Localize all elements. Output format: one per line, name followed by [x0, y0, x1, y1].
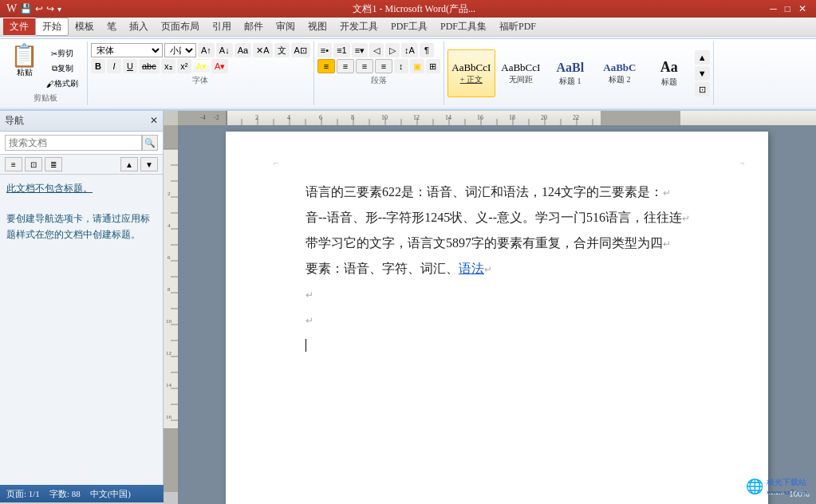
- show-marks-btn[interactable]: ¶: [420, 43, 434, 57]
- bold-btn[interactable]: B: [91, 59, 105, 73]
- ruler-corner: [164, 111, 178, 125]
- menu-layout[interactable]: 页面布局: [155, 18, 206, 35]
- sort-btn[interactable]: ↕A: [401, 43, 418, 57]
- align-right-btn[interactable]: ≡: [356, 59, 373, 73]
- quick-redo[interactable]: ↪: [46, 3, 54, 15]
- change-case-btn[interactable]: Aa: [235, 43, 251, 57]
- style-h1[interactable]: AaBl 标题 1: [546, 49, 594, 97]
- menu-template[interactable]: 模板: [69, 18, 101, 35]
- page-mark-tl: ⌐: [274, 156, 278, 171]
- font-name-select[interactable]: 宋体: [91, 43, 163, 57]
- borders-btn[interactable]: ⊞: [426, 59, 440, 73]
- ribbon-paragraph-group: ≡• ≡1 ≡▾ ◁ ▷ ↕A ¶ ≡ ≡ ≡ ≡ ↕ ▣ ⊞ 段落: [314, 41, 444, 105]
- svg-rect-3: [601, 111, 680, 125]
- menu-mail[interactable]: 邮件: [238, 18, 270, 35]
- paste-button[interactable]: 📋 粘贴: [8, 43, 41, 80]
- multilevel-btn[interactable]: ≡▾: [352, 43, 368, 57]
- increase-indent-btn[interactable]: ▷: [385, 43, 400, 57]
- nav-view-results[interactable]: ≣: [45, 157, 62, 171]
- style-normal[interactable]: AaBbCcI + 正文: [447, 49, 495, 97]
- doc-para-4: 要素：语音、字符、词汇、语法↵: [306, 256, 704, 282]
- doc-link-text[interactable]: 语法: [459, 262, 484, 275]
- nav-view-pages[interactable]: ⊡: [25, 157, 42, 171]
- svg-text:8: 8: [351, 114, 354, 121]
- nav-view-headings[interactable]: ≡: [5, 157, 22, 171]
- cut-button[interactable]: ✂ 剪切: [42, 46, 82, 61]
- ribbon-content: 📋 粘贴 ✂ 剪切 ⧉ 复制 🖌 格式刷 剪贴板: [0, 38, 816, 108]
- svg-text:8: 8: [168, 286, 171, 293]
- align-left-btn[interactable]: ≡: [317, 59, 335, 73]
- strikethrough-btn[interactable]: abc: [139, 59, 160, 73]
- font-row1: 宋体 小四 A↑ A↓ Aa ✕A 文 A⊡: [91, 43, 310, 57]
- ruler-h: 2 4 6 8 10 12 14 16 18 20 22 -4 -2: [178, 111, 816, 125]
- svg-text:10: 10: [166, 318, 172, 325]
- style-normal-preview: AaBbCcI: [451, 61, 491, 74]
- menu-pdf2[interactable]: PDF工具集: [434, 18, 493, 35]
- svg-text:12: 12: [166, 350, 172, 356]
- nav-close-btn[interactable]: ✕: [150, 115, 158, 127]
- maximize-btn[interactable]: □: [782, 3, 794, 15]
- format-painter-button[interactable]: 🖌 格式刷: [42, 77, 82, 91]
- doc-scroll[interactable]: ⌐ ¬ 语言的三要素622是：语音、词汇和语法，124文字的三要素是：↵ 音--…: [178, 125, 816, 504]
- highlight-btn[interactable]: A▾: [193, 59, 210, 73]
- ribbon-font-group: 宋体 小四 A↑ A↓ Aa ✕A 文 A⊡ B I U abc x₂ x² A…: [88, 41, 314, 105]
- font-color-btn[interactable]: A▾: [211, 59, 228, 73]
- phonetic-btn[interactable]: 文: [274, 43, 290, 57]
- para-row2: ≡ ≡ ≡ ≡ ↕ ▣ ⊞: [317, 59, 440, 73]
- styles-down-btn[interactable]: ▼: [695, 66, 710, 81]
- nav-search-button[interactable]: 🔍: [142, 135, 158, 151]
- clear-format-btn[interactable]: ✕A: [253, 43, 272, 57]
- menu-references[interactable]: 引用: [206, 18, 238, 35]
- nav-up-btn[interactable]: ▲: [120, 157, 138, 171]
- font-decrease-btn[interactable]: A↓: [216, 43, 233, 57]
- shading-btn[interactable]: ▣: [410, 59, 424, 73]
- align-center-btn[interactable]: ≡: [337, 59, 354, 73]
- menu-start[interactable]: 开始: [35, 18, 69, 36]
- menu-review[interactable]: 审阅: [270, 18, 302, 35]
- subscript-btn[interactable]: x₂: [161, 59, 175, 73]
- svg-text:4: 4: [168, 222, 171, 229]
- underline-btn[interactable]: U: [123, 59, 137, 73]
- ribbon: 📋 粘贴 ✂ 剪切 ⧉ 复制 🖌 格式刷 剪贴板: [0, 37, 816, 111]
- menu-pen[interactable]: 笔: [101, 18, 123, 35]
- doc-container: 2 4 6 8 10 12 14 16 18 20 22 -4 -2: [164, 111, 816, 485]
- line-spacing-btn[interactable]: ↕: [394, 59, 408, 73]
- style-no-space[interactable]: AaBbCcI 无间距: [497, 49, 545, 97]
- doc-para-6: ↵: [306, 307, 704, 333]
- svg-text:14: 14: [166, 382, 172, 388]
- close-btn[interactable]: ✕: [795, 3, 810, 15]
- styles-up-btn[interactable]: ▲: [695, 50, 710, 65]
- decrease-indent-btn[interactable]: ◁: [369, 43, 384, 57]
- quick-undo[interactable]: ↩: [35, 3, 43, 15]
- ruler-v-svg: 2 4 6 8 10 12: [164, 125, 178, 492]
- bullets-btn[interactable]: ≡•: [317, 43, 332, 57]
- font-increase-btn[interactable]: A↑: [198, 43, 215, 57]
- style-h2[interactable]: AaBbC 标题 2: [596, 49, 644, 97]
- minimize-btn[interactable]: ─: [767, 3, 780, 15]
- menu-foxit[interactable]: 福昕PDF: [493, 18, 542, 35]
- numbering-btn[interactable]: ≡1: [333, 43, 350, 57]
- menu-developer[interactable]: 开发工具: [333, 18, 384, 35]
- nav-search-input[interactable]: [5, 135, 142, 151]
- superscript-btn[interactable]: x²: [177, 59, 191, 73]
- border-char-btn[interactable]: A⊡: [291, 43, 310, 57]
- svg-text:14: 14: [445, 114, 451, 121]
- paste-icon: 📋: [10, 45, 38, 67]
- word-count: 字数: 88: [49, 488, 81, 500]
- font-size-select[interactable]: 小四: [164, 43, 196, 57]
- menu-file[interactable]: 文件: [3, 18, 35, 35]
- styles-expand-btn[interactable]: ⊡: [695, 82, 710, 96]
- title-bar-controls: ─ □ ✕: [767, 3, 810, 15]
- style-title[interactable]: Aa 标题: [645, 49, 693, 97]
- clipboard-label: 剪贴板: [34, 93, 57, 104]
- copy-button[interactable]: ⧉ 复制: [42, 61, 82, 76]
- nav-down-btn[interactable]: ▼: [140, 157, 158, 171]
- justify-btn[interactable]: ≡: [375, 59, 392, 73]
- svg-text:6: 6: [168, 254, 171, 261]
- menu-pdf[interactable]: PDF工具: [384, 18, 434, 35]
- para-mark-3: ↵: [663, 238, 671, 250]
- quick-save[interactable]: 💾: [20, 3, 32, 15]
- italic-btn[interactable]: I: [107, 59, 121, 73]
- menu-view[interactable]: 视图: [302, 18, 333, 35]
- menu-insert[interactable]: 插入: [123, 18, 155, 35]
